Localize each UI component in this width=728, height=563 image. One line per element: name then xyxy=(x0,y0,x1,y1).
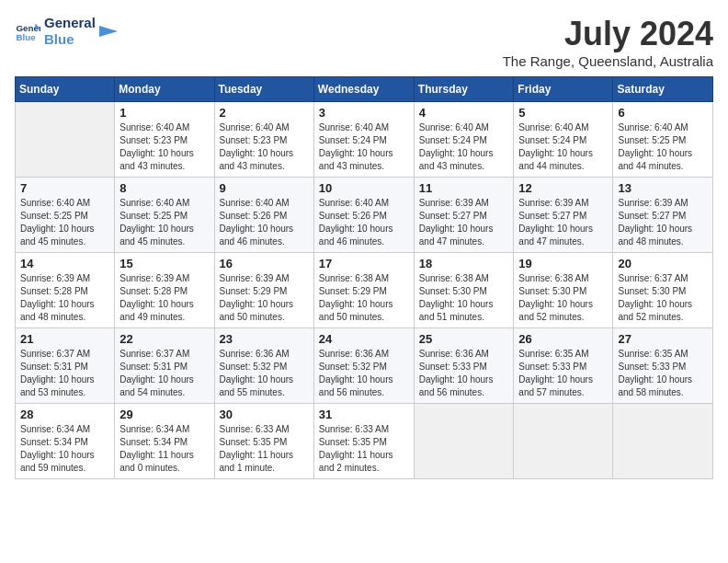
calendar-cell: 8Sunrise: 6:40 AM Sunset: 5:25 PM Daylig… xyxy=(115,178,214,253)
calendar-cell: 16Sunrise: 6:39 AM Sunset: 5:29 PM Dayli… xyxy=(214,253,313,328)
day-info: Sunrise: 6:35 AM Sunset: 5:33 PM Dayligh… xyxy=(618,348,708,399)
header-saturday: Saturday xyxy=(613,77,713,102)
calendar-week-row: 14Sunrise: 6:39 AM Sunset: 5:28 PM Dayli… xyxy=(16,253,713,328)
calendar-header-row: Sunday Monday Tuesday Wednesday Thursday… xyxy=(16,77,713,102)
day-number: 23 xyxy=(220,332,309,346)
day-info: Sunrise: 6:40 AM Sunset: 5:26 PM Dayligh… xyxy=(319,197,409,248)
calendar-cell: 9Sunrise: 6:40 AM Sunset: 5:26 PM Daylig… xyxy=(214,178,313,253)
day-info: Sunrise: 6:36 AM Sunset: 5:32 PM Dayligh… xyxy=(319,348,409,399)
calendar-cell: 18Sunrise: 6:38 AM Sunset: 5:30 PM Dayli… xyxy=(414,253,514,328)
calendar-week-row: 7Sunrise: 6:40 AM Sunset: 5:25 PM Daylig… xyxy=(16,178,713,253)
calendar-cell: 20Sunrise: 6:37 AM Sunset: 5:30 PM Dayli… xyxy=(613,253,713,328)
day-info: Sunrise: 6:37 AM Sunset: 5:30 PM Dayligh… xyxy=(618,272,708,324)
day-number: 9 xyxy=(220,181,309,195)
calendar-cell: 24Sunrise: 6:36 AM Sunset: 5:32 PM Dayli… xyxy=(313,328,414,404)
day-number: 20 xyxy=(618,257,708,270)
calendar-cell xyxy=(514,404,613,479)
calendar-cell: 25Sunrise: 6:36 AM Sunset: 5:33 PM Dayli… xyxy=(414,328,514,404)
day-info: Sunrise: 6:39 AM Sunset: 5:28 PM Dayligh… xyxy=(20,272,109,324)
page-header: General Blue General Blue July 2024 The … xyxy=(15,15,713,69)
day-info: Sunrise: 6:40 AM Sunset: 5:25 PM Dayligh… xyxy=(119,197,209,248)
header-tuesday: Tuesday xyxy=(214,77,313,102)
day-info: Sunrise: 6:37 AM Sunset: 5:31 PM Dayligh… xyxy=(119,348,209,399)
day-number: 30 xyxy=(220,408,309,421)
calendar-table: Sunday Monday Tuesday Wednesday Thursday… xyxy=(15,76,713,479)
day-info: Sunrise: 6:40 AM Sunset: 5:23 PM Dayligh… xyxy=(119,121,209,173)
month-year-title: July 2024 xyxy=(503,15,713,53)
day-number: 17 xyxy=(319,257,409,270)
day-info: Sunrise: 6:38 AM Sunset: 5:30 PM Dayligh… xyxy=(419,272,509,324)
day-info: Sunrise: 6:40 AM Sunset: 5:24 PM Dayligh… xyxy=(319,121,409,173)
day-number: 11 xyxy=(419,181,509,195)
day-number: 14 xyxy=(20,257,109,270)
day-info: Sunrise: 6:34 AM Sunset: 5:34 PM Dayligh… xyxy=(119,423,209,475)
calendar-cell: 23Sunrise: 6:36 AM Sunset: 5:32 PM Dayli… xyxy=(214,328,313,404)
calendar-cell: 15Sunrise: 6:39 AM Sunset: 5:28 PM Dayli… xyxy=(115,253,214,328)
day-number: 26 xyxy=(518,332,608,346)
day-number: 19 xyxy=(518,257,608,270)
day-info: Sunrise: 6:34 AM Sunset: 5:34 PM Dayligh… xyxy=(20,423,109,475)
calendar-cell: 11Sunrise: 6:39 AM Sunset: 5:27 PM Dayli… xyxy=(414,178,514,253)
day-info: Sunrise: 6:40 AM Sunset: 5:26 PM Dayligh… xyxy=(220,197,309,248)
day-info: Sunrise: 6:40 AM Sunset: 5:23 PM Dayligh… xyxy=(220,121,309,173)
header-thursday: Thursday xyxy=(414,77,514,102)
day-number: 10 xyxy=(319,181,409,195)
day-info: Sunrise: 6:39 AM Sunset: 5:27 PM Dayligh… xyxy=(518,197,608,248)
day-number: 24 xyxy=(319,332,409,346)
day-number: 22 xyxy=(119,332,209,346)
calendar-cell: 6Sunrise: 6:40 AM Sunset: 5:25 PM Daylig… xyxy=(613,102,713,178)
day-number: 7 xyxy=(20,181,109,195)
day-number: 5 xyxy=(518,106,608,120)
calendar-cell xyxy=(414,404,514,479)
calendar-cell xyxy=(16,102,115,178)
calendar-cell: 30Sunrise: 6:33 AM Sunset: 5:35 PM Dayli… xyxy=(214,404,313,479)
day-number: 4 xyxy=(419,106,509,120)
calendar-cell: 31Sunrise: 6:33 AM Sunset: 5:35 PM Dayli… xyxy=(313,404,414,479)
calendar-cell: 13Sunrise: 6:39 AM Sunset: 5:27 PM Dayli… xyxy=(613,178,713,253)
day-info: Sunrise: 6:39 AM Sunset: 5:27 PM Dayligh… xyxy=(618,197,708,248)
day-number: 18 xyxy=(419,257,509,270)
day-info: Sunrise: 6:40 AM Sunset: 5:25 PM Dayligh… xyxy=(618,121,708,173)
calendar-cell: 19Sunrise: 6:38 AM Sunset: 5:30 PM Dayli… xyxy=(514,253,613,328)
day-info: Sunrise: 6:38 AM Sunset: 5:29 PM Dayligh… xyxy=(319,272,409,324)
day-number: 8 xyxy=(119,181,209,195)
day-info: Sunrise: 6:33 AM Sunset: 5:35 PM Dayligh… xyxy=(319,423,409,475)
day-number: 15 xyxy=(119,257,209,270)
logo: General Blue General Blue xyxy=(15,15,118,48)
calendar-cell: 10Sunrise: 6:40 AM Sunset: 5:26 PM Dayli… xyxy=(313,178,414,253)
calendar-cell: 7Sunrise: 6:40 AM Sunset: 5:25 PM Daylig… xyxy=(16,178,115,253)
day-info: Sunrise: 6:39 AM Sunset: 5:29 PM Dayligh… xyxy=(220,272,309,324)
calendar-cell: 5Sunrise: 6:40 AM Sunset: 5:24 PM Daylig… xyxy=(514,102,613,178)
day-info: Sunrise: 6:40 AM Sunset: 5:24 PM Dayligh… xyxy=(518,121,608,173)
logo-icon: General Blue xyxy=(15,18,40,44)
logo-text-general: General xyxy=(44,15,96,31)
day-info: Sunrise: 6:37 AM Sunset: 5:31 PM Dayligh… xyxy=(20,348,109,399)
calendar-week-row: 21Sunrise: 6:37 AM Sunset: 5:31 PM Dayli… xyxy=(16,328,713,404)
header-wednesday: Wednesday xyxy=(313,77,414,102)
day-info: Sunrise: 6:36 AM Sunset: 5:32 PM Dayligh… xyxy=(220,348,309,399)
header-friday: Friday xyxy=(514,77,613,102)
day-info: Sunrise: 6:40 AM Sunset: 5:24 PM Dayligh… xyxy=(419,121,509,173)
day-info: Sunrise: 6:35 AM Sunset: 5:33 PM Dayligh… xyxy=(518,348,608,399)
svg-marker-3 xyxy=(99,26,118,37)
day-number: 1 xyxy=(119,106,209,120)
calendar-cell: 17Sunrise: 6:38 AM Sunset: 5:29 PM Dayli… xyxy=(313,253,414,328)
day-info: Sunrise: 6:33 AM Sunset: 5:35 PM Dayligh… xyxy=(220,423,309,475)
calendar-cell xyxy=(613,404,713,479)
day-number: 28 xyxy=(20,408,109,421)
logo-text-blue: Blue xyxy=(44,31,96,48)
calendar-cell: 29Sunrise: 6:34 AM Sunset: 5:34 PM Dayli… xyxy=(115,404,214,479)
calendar-cell: 1Sunrise: 6:40 AM Sunset: 5:23 PM Daylig… xyxy=(115,102,214,178)
day-info: Sunrise: 6:38 AM Sunset: 5:30 PM Dayligh… xyxy=(518,272,608,324)
day-number: 12 xyxy=(518,181,608,195)
calendar-cell: 27Sunrise: 6:35 AM Sunset: 5:33 PM Dayli… xyxy=(613,328,713,404)
svg-text:Blue: Blue xyxy=(16,32,36,42)
day-info: Sunrise: 6:39 AM Sunset: 5:28 PM Dayligh… xyxy=(119,272,209,324)
header-monday: Monday xyxy=(115,77,214,102)
day-number: 27 xyxy=(618,332,708,346)
day-number: 6 xyxy=(618,106,708,120)
calendar-cell: 14Sunrise: 6:39 AM Sunset: 5:28 PM Dayli… xyxy=(16,253,115,328)
calendar-week-row: 28Sunrise: 6:34 AM Sunset: 5:34 PM Dayli… xyxy=(16,404,713,479)
day-number: 21 xyxy=(20,332,109,346)
calendar-cell: 3Sunrise: 6:40 AM Sunset: 5:24 PM Daylig… xyxy=(313,102,414,178)
